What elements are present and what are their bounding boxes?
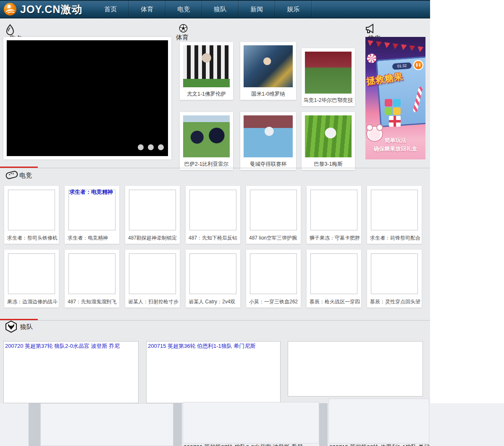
esports-caption: 487：先知下椅后反钻 (186, 230, 240, 242)
esports-card[interactable]: 487勘探超神牵制锁定 (125, 186, 180, 244)
section-divider (0, 168, 430, 168)
video-placeholder (189, 190, 236, 230)
divider-bar (319, 403, 328, 446)
candy-block (393, 107, 401, 115)
esports-card[interactable]: 求生者：祭司头铁修机 (4, 186, 59, 244)
nav-item-news[interactable]: 新闻 (239, 1, 275, 18)
esports-card[interactable]: 慕辰：枪火战区一穿四 (307, 250, 361, 308)
esports-section-title: 电竞 (19, 172, 32, 180)
ad-tagline: 确保糖果放回礼盒 (365, 145, 425, 153)
esports-caption: 小莫：一穿三铁血262 (246, 294, 301, 305)
esports-card[interactable]: 果冻：边溜边修的战斗 (4, 250, 59, 308)
video-placeholder (371, 190, 418, 230)
sports-caption: 曼城夺得联赛杯 (240, 161, 296, 168)
logo-text: JOY.CN激动 (20, 3, 82, 16)
ad-tagline: 简单玩法 (365, 137, 425, 144)
esports-card[interactable]: 岩某人：扫射控枪寸步 (125, 250, 180, 308)
candy-block (385, 107, 392, 115)
promo-ad-banner[interactable]: 01:32 ❚❚ 拯救糖果 简单玩法 确保糖果放回礼盒 (365, 37, 425, 159)
video-placeholder (250, 190, 297, 230)
candy-block (385, 99, 392, 107)
nav-item-wolves[interactable]: 狼队 (202, 1, 239, 18)
carousel-dot[interactable] (148, 144, 154, 150)
video-placeholder (8, 190, 55, 230)
video-placeholder (189, 253, 236, 294)
esports-card[interactable]: 求生者：电竞精神 求生者：电竞精神 (65, 186, 119, 244)
gift-box (389, 116, 401, 127)
esports-card[interactable]: 487：先知下椅后反钻 (186, 186, 240, 244)
nav-item-entertainment[interactable]: 娱乐 (275, 1, 312, 18)
esports-card[interactable]: 慕辰：灵性穿点回头望 (367, 250, 422, 308)
carousel-dots (138, 144, 164, 150)
esports-caption: 果冻：边溜边修的战斗 (4, 294, 59, 305)
esports-caption: 求生者：祭司头铁修机 (4, 230, 59, 242)
video-panel[interactable] (183, 402, 319, 443)
sports-card[interactable]: 马竞1-2毕尔巴鄂竞技 (302, 48, 355, 106)
video-panel[interactable] (40, 403, 173, 446)
esports-caption: 求生者：前锋祭司配合 (367, 230, 422, 242)
pause-button-icon: ❚❚ (413, 60, 423, 70)
top-navbar: JOY.CN激动 首页 体育 电竞 狼队 新闻 娱乐 (0, 0, 430, 18)
focus-carousel (3, 37, 171, 159)
nav-item-sports[interactable]: 体育 (129, 1, 165, 18)
nav-item-home[interactable]: 首页 (92, 1, 129, 18)
esports-card[interactable]: 求生者：前锋祭司配合 (367, 186, 422, 244)
video-alt-text (288, 342, 423, 343)
wolves-badge-icon (5, 321, 17, 333)
video-panel[interactable] (328, 399, 429, 443)
sports-thumbnail (305, 115, 352, 157)
nav-item-esports[interactable]: 电竞 (165, 1, 202, 18)
esports-card[interactable]: 狮子果冻：守墓卡肥胖 (307, 186, 361, 244)
esports-card[interactable]: 小莫：一穿三铁血262 (246, 250, 301, 308)
esports-caption: 487勘探超神牵制锁定 (125, 230, 180, 242)
esports-card[interactable]: 487 lion空军三弹护腕 (246, 186, 301, 244)
sports-caption: 国米1-0维罗纳 (240, 91, 296, 98)
wolves-video-player[interactable]: 200715 英超第36轮 伯恩利1-1狼队 希门尼斯 (146, 341, 281, 403)
wolves-video-player[interactable] (288, 341, 423, 396)
soccer-icon (179, 24, 188, 33)
esports-caption: 487 lion空军三弹护腕 (246, 230, 301, 242)
candy-block (393, 99, 401, 107)
nav-menu: 首页 体育 电竞 狼队 新闻 娱乐 (92, 1, 312, 18)
esports-caption: 慕辰：枪火战区一穿四 (307, 294, 361, 305)
divider-bar (173, 403, 182, 446)
sports-card[interactable]: 尤文1-1佛罗伦萨 (180, 42, 233, 100)
logo-icon (3, 3, 17, 16)
video-placeholder: 求生者：电竞精神 (68, 190, 116, 230)
section-accent-bar (0, 319, 38, 320)
gamepad-icon (5, 170, 18, 180)
sports-caption: 马竞1-2毕尔巴鄂竞技 (302, 97, 355, 104)
esports-caption: 狮子果冻：守墓卡肥胖 (307, 230, 361, 242)
sports-card[interactable]: 曼城夺得联赛杯 (240, 112, 296, 170)
sports-card[interactable]: 巴黎3-1梅斯 (302, 112, 355, 170)
video-placeholder (8, 253, 55, 294)
sports-caption: 巴萨2-1比利亚雷尔 (180, 161, 233, 168)
video-alt-text: 200715 英超第36轮 伯恩利1-1狼队 希门尼斯 (147, 342, 280, 351)
sports-thumbnail (244, 115, 293, 157)
esports-caption: 岩某人：扫射控枪寸步 (125, 294, 180, 305)
bunting-decoration (367, 40, 424, 52)
megaphone-icon (365, 23, 376, 34)
ad-timer: 01:32 (392, 62, 412, 70)
video-placeholder (310, 190, 357, 230)
sports-caption: 尤文1-1佛罗伦萨 (180, 91, 233, 98)
video-player[interactable] (7, 40, 168, 156)
section-accent-bar (0, 167, 38, 168)
sports-card[interactable]: 巴萨2-1比利亚雷尔 (180, 112, 233, 170)
bottom-video-caption: 200720 英超第37轮 狼队2-0水晶宫 波登斯 乔尼 (184, 443, 319, 446)
wolves-video-player[interactable]: 200720 英超第37轮 狼队2-0水晶宫 波登斯 乔尼 (3, 341, 139, 403)
esports-caption: 慕辰：灵性穿点回头望 (367, 294, 422, 305)
carousel-dot[interactable] (138, 144, 144, 150)
esports-card[interactable]: 岩某人 Catry：2v4双 (186, 250, 240, 308)
esports-card[interactable]: 487：先知溜鬼溜到飞 (65, 250, 119, 308)
sports-thumbnail (183, 45, 230, 87)
sports-card[interactable]: 国米1-0维罗纳 (240, 42, 296, 100)
video-placeholder (371, 253, 418, 294)
lollipop-decoration (367, 54, 376, 63)
carousel-dot[interactable] (158, 144, 164, 150)
wolves-section-title: 狼队 (20, 323, 33, 331)
sports-thumbnail (305, 52, 352, 94)
site-logo[interactable]: JOY.CN激动 (0, 3, 82, 16)
sports-caption: 巴黎3-1梅斯 (302, 161, 355, 168)
divider-bar (29, 403, 40, 446)
